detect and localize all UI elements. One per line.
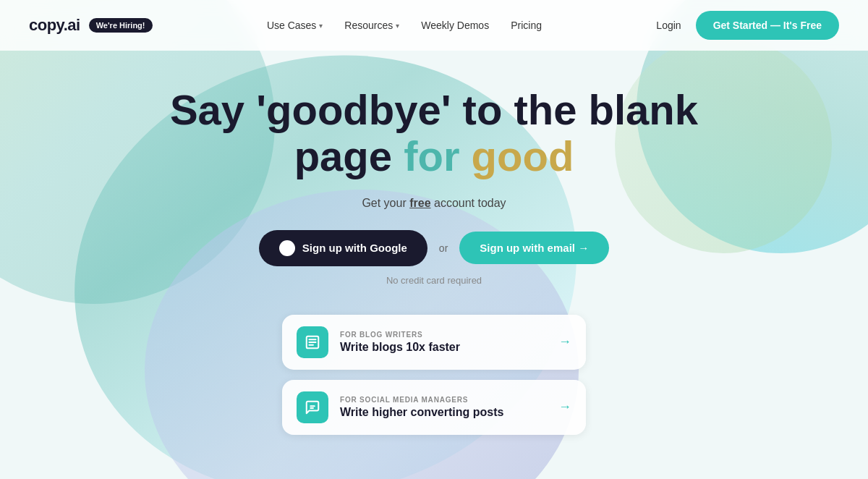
hiring-badge[interactable]: We're Hiring! (89, 18, 153, 33)
google-btn-label: Sign up with Google (302, 242, 407, 254)
navbar: copy.ai We're Hiring! Use Cases ▾ Resour… (0, 0, 868, 51)
navbar-left: copy.ai We're Hiring! (29, 16, 153, 35)
feature-label-blog: FOR BLOG WRITERS (340, 331, 547, 339)
feature-title-blog: Write blogs 10x faster (340, 341, 547, 354)
feature-text-blog: FOR BLOG WRITERS Write blogs 10x faster (340, 331, 547, 354)
feature-text-social: FOR SOCIAL MEDIA MANAGERS Write higher c… (340, 396, 547, 419)
hero-title-page: page (294, 132, 404, 179)
chevron-down-icon: ▾ (319, 22, 323, 30)
google-signup-button[interactable]: G Sign up with Google (259, 230, 427, 266)
cta-row: G Sign up with Google or Sign up with em… (259, 230, 609, 266)
hero-title: Say 'goodbye' to the blank page for good (170, 87, 698, 179)
arrow-icon-blog: → (558, 334, 571, 349)
nav-resources[interactable]: Resources ▾ (344, 20, 399, 31)
feature-title-social: Write higher converting posts (340, 406, 547, 419)
get-started-button[interactable]: Get Started — It's Free (696, 11, 839, 40)
email-signup-button[interactable]: Sign up with email → (459, 232, 609, 264)
hero-subtitle: Get your free account today (362, 197, 506, 210)
arrow-icon-social: → (558, 399, 571, 415)
nav-use-cases[interactable]: Use Cases ▾ (267, 20, 323, 31)
nav-weekly-demos[interactable]: Weekly Demos (421, 20, 489, 31)
blog-icon (297, 326, 328, 358)
nav-use-cases-label: Use Cases (267, 20, 316, 31)
hero-title-space (459, 132, 471, 179)
feature-card-blog[interactable]: FOR BLOG WRITERS Write blogs 10x faster … (282, 315, 586, 370)
feature-label-social: FOR SOCIAL MEDIA MANAGERS (340, 396, 547, 404)
hero-title-for: for (404, 132, 459, 179)
login-button[interactable]: Login (656, 20, 681, 31)
no-credit-card-text: No credit card required (386, 275, 482, 286)
hero-section: Say 'goodbye' to the blank page for good… (0, 51, 868, 435)
hero-subtitle-free: free (409, 197, 430, 209)
hero-title-line1: Say 'goodbye' to the blank (170, 86, 698, 133)
logo[interactable]: copy.ai (29, 16, 80, 35)
feature-cards: FOR BLOG WRITERS Write blogs 10x faster … (282, 315, 586, 435)
google-icon: G (279, 240, 295, 256)
feature-card-social[interactable]: FOR SOCIAL MEDIA MANAGERS Write higher c… (282, 380, 586, 435)
chevron-down-icon: ▾ (396, 22, 399, 30)
hero-title-line2: page for good (170, 133, 698, 179)
navbar-right: Login Get Started — It's Free (656, 11, 839, 40)
hero-title-good: good (472, 132, 574, 179)
social-icon (297, 391, 328, 423)
nav-pricing[interactable]: Pricing (511, 20, 542, 31)
navbar-center: Use Cases ▾ Resources ▾ Weekly Demos Pri… (267, 20, 542, 31)
nav-resources-label: Resources (344, 20, 393, 31)
or-label: or (439, 242, 448, 254)
